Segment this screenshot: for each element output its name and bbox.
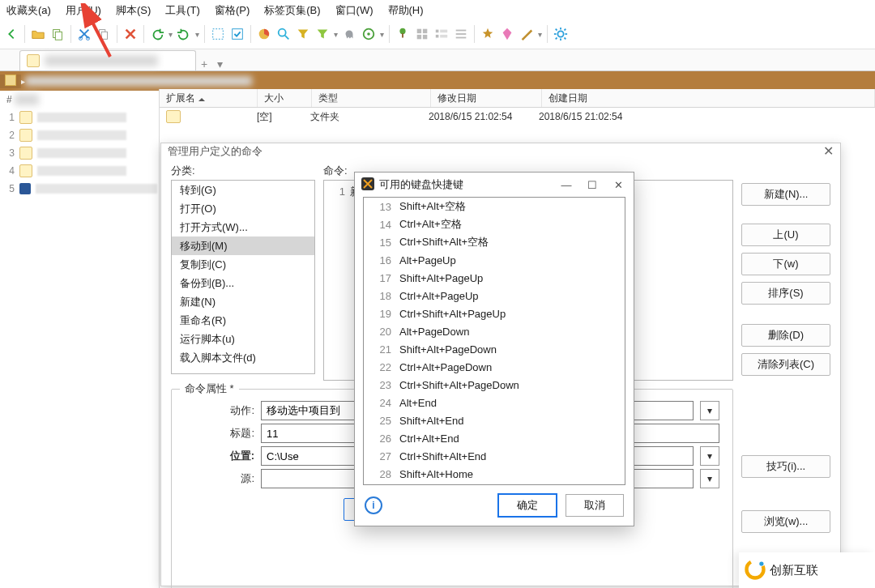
menu-tools[interactable]: 工具(T) xyxy=(162,2,203,19)
category-item[interactable]: 打开方式(W)... xyxy=(172,218,314,236)
search-icon[interactable] xyxy=(275,26,292,42)
column-headers[interactable]: 扩展名 大小 类型 修改日期 创建日期 xyxy=(160,89,875,108)
menu-scripts[interactable]: 脚本(S) xyxy=(113,2,154,19)
tab-active[interactable] xyxy=(19,50,196,70)
shortcut-item[interactable]: 14Ctrl+Alt+空格 xyxy=(364,215,625,233)
menu-favorites[interactable]: 收藏夹(a) xyxy=(3,2,54,19)
folder-icon xyxy=(19,147,32,160)
undo-icon[interactable] xyxy=(149,26,165,42)
cut-icon[interactable] xyxy=(76,26,92,42)
menu-user[interactable]: 用户(U) xyxy=(62,2,105,19)
folder-open-icon[interactable] xyxy=(30,26,46,42)
target-icon[interactable] xyxy=(361,26,377,42)
icons-view-icon[interactable] xyxy=(414,26,430,42)
svg-line-34 xyxy=(556,38,557,40)
category-item[interactable]: 新建(N) xyxy=(172,292,314,311)
folder-tree[interactable]: # 1 2 3 4 5 xyxy=(0,89,160,588)
table-row[interactable]: [空] 文件夹 2018/6/15 21:02:54 2018/6/15 21:… xyxy=(160,108,875,126)
menu-panes[interactable]: 窗格(P) xyxy=(211,2,253,19)
category-item[interactable]: 重命名(R) xyxy=(172,311,314,330)
browse-button[interactable]: 浏览(w)... xyxy=(741,510,830,533)
back-icon[interactable] xyxy=(3,26,19,42)
shortcut-item[interactable]: 28Shift+Alt+Home xyxy=(364,465,625,483)
addressbar[interactable]: ▸ xyxy=(0,71,875,91)
category-item[interactable]: 移动到(M) xyxy=(172,236,314,255)
svg-rect-20 xyxy=(440,30,447,33)
shortcut-item[interactable]: 27Ctrl+Shift+Alt+End xyxy=(364,447,625,465)
maximize-icon[interactable]: ☐ xyxy=(582,179,603,191)
category-list[interactable]: 转到(G)打开(O)打开方式(W)...移动到(M)复制到(C)备份到(B)..… xyxy=(171,180,315,374)
thumb-view-icon[interactable] xyxy=(433,26,450,42)
list-view-icon[interactable] xyxy=(453,26,469,42)
folder-icon xyxy=(166,110,181,123)
sc-cancel-button[interactable]: 取消 xyxy=(566,494,624,517)
gear-icon[interactable] xyxy=(553,26,569,42)
menu-tabsets[interactable]: 标签页集(B) xyxy=(261,2,323,19)
source-dropdown[interactable]: ▾ xyxy=(700,469,719,488)
shortcut-item[interactable]: 19Ctrl+Shift+Alt+PageUp xyxy=(364,305,625,322)
filter-icon[interactable] xyxy=(295,26,311,42)
menu-help[interactable]: 帮助(H) xyxy=(385,2,427,19)
select-all-icon[interactable] xyxy=(210,26,226,42)
svg-point-26 xyxy=(557,31,563,36)
action-dropdown[interactable]: ▾ xyxy=(700,401,719,420)
checked-icon[interactable] xyxy=(229,26,245,42)
category-item[interactable]: 转到(G) xyxy=(172,181,314,199)
shortcut-item[interactable]: 15Ctrl+Shift+Alt+空格 xyxy=(364,233,625,251)
ghost-icon[interactable] xyxy=(341,26,357,42)
redo-icon[interactable] xyxy=(176,26,192,42)
up-button[interactable]: 上(U) xyxy=(741,224,830,246)
category-item[interactable]: 载入脚本文件(d) xyxy=(172,348,314,367)
shortcut-item[interactable]: 21Shift+Alt+PageDown xyxy=(364,340,625,358)
brush-icon[interactable] xyxy=(519,26,535,42)
sc-ok-button[interactable]: 确定 xyxy=(497,493,557,518)
down-button[interactable]: 下(w) xyxy=(741,253,830,275)
new-button[interactable]: 新建(N)... xyxy=(741,183,830,206)
copy2-icon[interactable] xyxy=(96,26,112,42)
pie-chart-icon[interactable] xyxy=(256,26,272,42)
shortcut-item[interactable]: 18Ctrl+Alt+PageUp xyxy=(364,287,625,305)
watermark-logo-icon xyxy=(744,558,766,583)
close-icon[interactable]: ✕ xyxy=(823,143,834,159)
category-item[interactable]: 复制到(C) xyxy=(172,255,314,274)
shortcut-item[interactable]: 24Alt+End xyxy=(364,394,625,411)
shortcut-item[interactable]: 20Alt+PageDown xyxy=(364,322,625,340)
delete-button[interactable]: 删除(D) xyxy=(741,324,830,347)
menu-window[interactable]: 窗口(W) xyxy=(332,2,377,19)
toolbar: ▾ ▾ ▾ ▾ ▾ xyxy=(0,19,875,49)
diamond-icon[interactable] xyxy=(499,26,515,42)
category-item[interactable]: 备份到(B)... xyxy=(172,274,314,292)
minimize-icon[interactable]: — xyxy=(556,179,577,191)
tips-button[interactable]: 技巧(i)... xyxy=(741,455,830,478)
star-icon[interactable] xyxy=(480,26,496,42)
clear-list-button[interactable]: 清除列表(C) xyxy=(741,353,830,376)
shortcut-item[interactable]: 26Ctrl+Alt+End xyxy=(364,429,625,447)
close-icon[interactable]: ✕ xyxy=(608,179,629,191)
category-item[interactable]: 运行脚本(u) xyxy=(172,330,314,348)
location-dropdown[interactable]: ▾ xyxy=(700,446,719,466)
svg-rect-21 xyxy=(436,35,439,38)
shortcut-item[interactable]: 22Ctrl+Alt+PageDown xyxy=(364,358,625,376)
tab-bar: + ▾ xyxy=(0,49,875,71)
folder-icon xyxy=(19,111,32,124)
info-icon[interactable]: i xyxy=(365,496,382,514)
filter2-icon[interactable] xyxy=(314,26,331,42)
shortcut-item[interactable]: 17Shift+Alt+PageUp xyxy=(364,269,625,287)
copy-icon[interactable] xyxy=(49,26,66,42)
shortcut-item[interactable]: 13Shift+Alt+空格 xyxy=(364,198,625,215)
dialog-title: 管理用户定义的命令 xyxy=(168,144,262,159)
delete-icon[interactable] xyxy=(122,26,139,42)
tab-dropdown[interactable]: ▾ xyxy=(212,58,228,70)
category-item[interactable]: 打开(O) xyxy=(172,199,314,218)
shortcut-item[interactable]: 23Ctrl+Shift+Alt+PageDown xyxy=(364,376,625,394)
shortcut-item[interactable]: 25Shift+Alt+End xyxy=(364,411,625,429)
folder-icon xyxy=(27,54,40,67)
tree-icon[interactable] xyxy=(395,26,411,42)
sort-button[interactable]: 排序(S) xyxy=(741,282,830,305)
dialog-sc-title: 可用的键盘快捷键 xyxy=(379,177,463,192)
shortcut-item[interactable]: 16Alt+PageUp xyxy=(364,251,625,269)
source-label: 源: xyxy=(190,471,254,486)
tab-add[interactable]: + xyxy=(196,58,212,70)
shortcut-list[interactable]: 13Shift+Alt+空格14Ctrl+Alt+空格15Ctrl+Shift+… xyxy=(363,197,625,485)
svg-point-13 xyxy=(399,28,405,34)
